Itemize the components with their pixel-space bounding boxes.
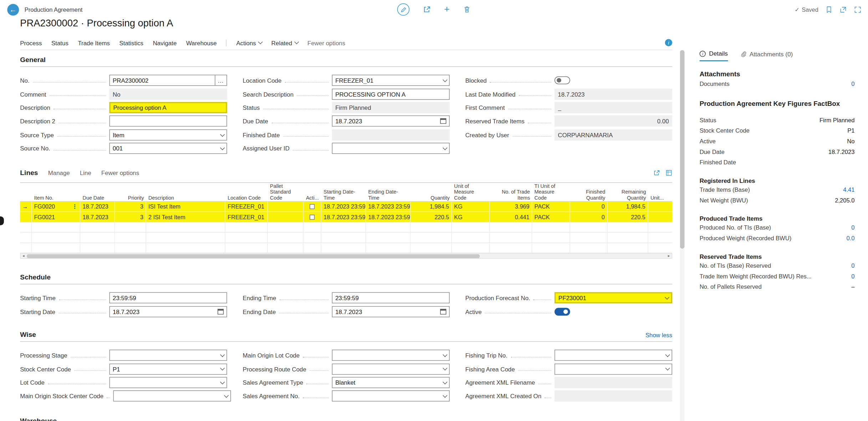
no-input[interactable]: PRA2300002… [109,75,227,86]
ending-date-time-cell[interactable]: 18.7.2023 23:59 [366,212,410,222]
finished-date-field[interactable] [332,129,450,140]
column-header-unit-of-measure-code[interactable]: Unit of Measure Code [452,183,490,201]
column-header-quantity[interactable]: Quantity [410,183,452,201]
info-icon[interactable]: i [665,39,672,46]
fewer-options-button[interactable]: Fewer options [307,39,345,46]
lot-code-dropdown[interactable] [109,377,227,388]
row-selector-header[interactable] [20,183,32,201]
produced-weight-link[interactable]: 0.0 [846,235,854,241]
uom-cell[interactable]: KG [452,212,490,222]
column-header-item-no[interactable]: Item No. [32,183,80,201]
pallet-standard-code-cell[interactable] [268,202,303,211]
reserved-trade-items-field[interactable]: 0.00 [555,115,672,127]
column-header-finished-quantity[interactable]: Finished Quantity [570,183,608,201]
quantity-cell[interactable]: 220.5 [410,212,452,222]
section-warehouse-header[interactable]: Warehouse [20,417,672,421]
row-selector-cell[interactable]: → [20,202,32,211]
search-description-input[interactable]: PROCESSING OPTION A [332,88,450,99]
horizontal-scrollbar[interactable]: ◂ ▸ [20,253,672,259]
pallet-standard-code-cell[interactable] [268,212,303,222]
remaining-quantity-cell[interactable]: 1,984.5 [608,202,648,211]
fishing-trip-no-dropdown[interactable] [555,350,672,361]
table-row[interactable]: FG0021 18.7.2023 3 2 ISI Test Item FREEZ… [20,212,672,222]
edge-tab-marker[interactable] [0,216,4,225]
column-header-remaining-quantity[interactable]: Remaining Quantity [608,183,648,201]
tab-attachments[interactable]: Attachments (0) [740,50,793,61]
popout-icon[interactable] [839,6,847,13]
description-cell[interactable]: ISI Test Item [146,202,225,211]
line-menu[interactable]: Line [80,170,91,176]
column-header-starting-date-time[interactable]: Starting Date-Time [321,183,366,201]
show-less-link[interactable]: Show less [645,332,672,339]
finished-quantity-cell[interactable]: 0 [570,212,608,222]
section-wise-header[interactable]: Wise [20,331,672,342]
column-header-pallet-standard-code[interactable]: Pallet Standard Code [268,183,303,201]
no-of-trade-items-cell[interactable]: 0.441 [490,212,532,222]
priority-cell[interactable]: 3 [115,202,146,211]
resize-icon[interactable] [854,6,861,13]
ribbon-item-navigate[interactable]: Navigate [153,39,177,46]
open-in-excel-icon[interactable] [665,170,672,176]
main-origin-stock-center-code-dropdown[interactable] [113,391,231,402]
column-header-ending-date-time[interactable]: Ending Date-Time [366,183,410,201]
processing-stage-dropdown[interactable] [109,350,227,361]
tis-reserved-link[interactable]: 0 [851,262,854,268]
ribbon-item-statistics[interactable]: Statistics [119,39,143,46]
column-header-active[interactable]: Acti... [303,183,321,201]
tab-details[interactable]: i Details [700,50,728,61]
edit-icon[interactable] [397,3,409,15]
created-by-user-field[interactable]: CORP\ARNAMARIA [555,129,672,140]
assigned-user-id-dropdown[interactable] [332,143,450,154]
finished-quantity-cell[interactable]: 0 [570,202,608,211]
row-selector-cell[interactable] [20,212,32,222]
active-checkbox[interactable] [310,215,315,220]
assist-edit-button[interactable]: … [215,75,226,85]
ribbon-item-trade-items[interactable]: Trade Items [78,39,109,46]
starting-date-time-cell[interactable]: 18.7.2023 23:59 [321,202,366,211]
remaining-quantity-cell[interactable]: 220.5 [608,212,648,222]
produced-no-tis-link[interactable]: 0 [851,224,854,231]
first-comment-field[interactable]: _ [555,102,672,113]
vertical-scrollbar-thumb[interactable] [680,50,685,249]
ti-weight-reserved-link[interactable]: 0 [851,272,854,279]
ending-time-input[interactable]: 23:59:59 [332,292,450,303]
bookmark-icon[interactable] [826,6,832,13]
ending-date-time-cell[interactable]: 18.7.2023 23:59 [366,202,410,211]
ti-uom-cell[interactable]: PACK [532,212,570,222]
ribbon-item-process[interactable]: Process [20,39,42,46]
row-context-menu-icon[interactable]: ⋮ [72,204,78,210]
location-code-cell[interactable]: FREEZER_01 [225,212,268,222]
agreement-xml-created-on-field[interactable] [555,391,672,402]
lines-fewer-options[interactable]: Fewer options [101,170,139,176]
column-header-due-date[interactable]: Due Date [80,183,115,201]
back-button[interactable]: ← [7,4,19,15]
column-header-unit[interactable]: Unit... [648,183,672,201]
manage-menu[interactable]: Manage [48,170,70,176]
location-code-dropdown[interactable]: FREEZER_01 [332,75,450,86]
horizontal-scrollbar-thumb[interactable] [27,254,480,258]
share-icon[interactable] [423,6,431,14]
location-code-cell[interactable]: FREEZER_01 [225,202,268,211]
status-field[interactable]: Firm Planned [332,102,450,113]
calendar-icon[interactable] [440,118,446,124]
vertical-scrollbar[interactable] [680,50,685,421]
stock-center-code-dropdown[interactable]: P1 [109,363,227,374]
column-header-location-code[interactable]: Location Code [225,183,268,201]
starting-date-time-cell[interactable]: 18.7.2023 23:59 [321,212,366,222]
ending-date-input[interactable]: 18.7.2023 [332,306,450,317]
table-row[interactable]: → FG0020⋮ 18.7.2023 3 ISI Test Item FREE… [20,202,672,212]
quantity-cell[interactable]: 1,984.5 [410,202,452,211]
agreement-xml-filename-field[interactable] [555,377,672,388]
description-input[interactable]: Processing option A [109,102,227,113]
item-no-cell[interactable]: FG0021 [32,212,80,222]
documents-count-link[interactable]: 0 [851,80,854,87]
breadcrumb[interactable]: Production Agreement [25,6,83,13]
comment-field[interactable]: No [109,88,227,99]
trade-items-base-link[interactable]: 4.41 [843,186,854,193]
sales-agreement-no-dropdown[interactable] [332,391,450,402]
calendar-icon[interactable] [440,309,446,314]
column-header-priority[interactable]: Priority [115,183,146,201]
share-lines-icon[interactable] [653,170,660,176]
starting-date-input[interactable]: 18.7.2023 [109,306,227,317]
delete-icon[interactable] [463,6,471,14]
